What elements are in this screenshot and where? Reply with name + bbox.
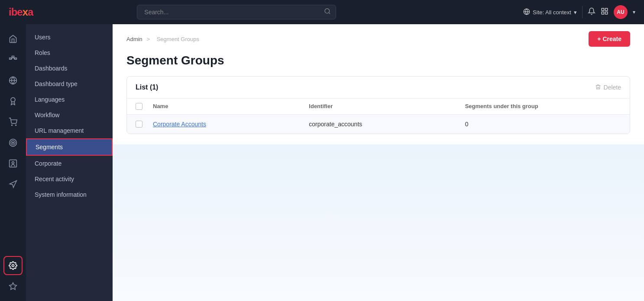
svg-point-22 <box>12 162 14 164</box>
sidebar-item-system-information[interactable]: System information <box>26 187 113 202</box>
breadcrumb-segment-groups: Segment Groups <box>157 36 199 42</box>
search-bar-container <box>137 5 336 19</box>
content-header: Admin > Segment Groups + Create <box>113 24 644 47</box>
sidebar-icon-cart[interactable] <box>3 112 23 131</box>
svg-point-19 <box>11 141 15 145</box>
corporate-accounts-link[interactable]: Corporate Accounts <box>153 121 206 128</box>
icon-sidebar <box>0 24 26 301</box>
svg-point-23 <box>12 265 14 267</box>
sidebar-item-users[interactable]: Users <box>26 29 113 45</box>
top-navigation: ibexa Site: All context ▾ AU ▾ <box>0 0 644 24</box>
svg-marker-24 <box>10 283 17 290</box>
create-button[interactable]: + Create <box>589 31 630 47</box>
sidebar-icon-badge[interactable] <box>3 92 23 111</box>
globe-icon <box>523 8 530 16</box>
svg-point-0 <box>325 9 330 13</box>
table-row: Corporate Accounts corporate_accounts 0 <box>127 115 630 134</box>
sidebar-icon-globe[interactable] <box>3 71 23 90</box>
svg-rect-5 <box>605 8 607 10</box>
cell-segments-count: 0 <box>465 121 621 128</box>
delete-label: Delete <box>604 84 621 91</box>
breadcrumb-separator: > <box>146 36 151 42</box>
select-all-checkbox[interactable] <box>136 103 142 110</box>
breadcrumb: Admin > Segment Groups <box>126 36 202 42</box>
logo-text: ibexa <box>9 6 33 18</box>
list-title: List (1) <box>136 83 158 91</box>
sidebar-item-languages[interactable]: Languages <box>26 92 113 107</box>
page-title: Segment Groups <box>113 47 644 76</box>
search-icon <box>324 8 331 16</box>
svg-point-15 <box>11 98 15 102</box>
svg-rect-6 <box>602 12 604 14</box>
delete-button[interactable]: Delete <box>595 84 621 91</box>
col-header-identifier: Identifier <box>309 103 465 110</box>
svg-rect-9 <box>12 56 14 58</box>
nav-divider <box>582 6 583 18</box>
svg-point-20 <box>12 142 13 143</box>
svg-rect-7 <box>605 12 607 14</box>
text-sidebar: Users Roles Dashboards Dashboard type La… <box>26 24 113 301</box>
grid-icon[interactable] <box>601 7 608 17</box>
avatar-chevron-icon[interactable]: ▾ <box>633 9 635 15</box>
trash-icon <box>595 84 601 91</box>
content-area: Admin > Segment Groups + Create Segment … <box>113 24 644 301</box>
row-checkbox[interactable] <box>136 121 142 128</box>
sidebar-item-segments[interactable]: Segments <box>26 138 113 156</box>
select-all-checkbox-cell <box>136 103 153 110</box>
sidebar-item-url-management[interactable]: URL management <box>26 123 113 138</box>
sidebar-item-workflow[interactable]: Workflow <box>26 107 113 123</box>
svg-point-16 <box>12 125 13 126</box>
sidebar-icon-megaphone[interactable] <box>3 175 23 194</box>
svg-point-17 <box>16 125 16 126</box>
breadcrumb-admin[interactable]: Admin <box>126 36 142 42</box>
sidebar-item-corporate[interactable]: Corporate <box>26 156 113 171</box>
avatar[interactable]: AU <box>614 5 628 19</box>
table-header: Name Identifier Segments under this grou… <box>127 99 630 115</box>
col-header-name: Name <box>153 103 309 110</box>
sidebar-icon-person-badge[interactable] <box>3 154 23 173</box>
sidebar-icon-gear[interactable] <box>3 256 23 275</box>
sidebar-icon-star[interactable] <box>3 277 23 296</box>
sidebar-item-recent-activity[interactable]: Recent activity <box>26 171 113 187</box>
search-input[interactable] <box>137 5 336 19</box>
logo: ibexa <box>9 6 33 18</box>
svg-point-18 <box>10 139 17 147</box>
row-checkbox-cell <box>136 121 153 128</box>
svg-rect-4 <box>602 8 604 10</box>
cell-identifier: corporate_accounts <box>309 121 465 128</box>
bell-icon[interactable] <box>588 7 595 17</box>
svg-line-1 <box>329 13 330 14</box>
sidebar-item-dashboards[interactable]: Dashboards <box>26 61 113 76</box>
nav-right: Site: All context ▾ AU ▾ <box>523 5 635 19</box>
main-layout: Users Roles Dashboards Dashboard type La… <box>0 24 644 301</box>
site-selector[interactable]: Site: All context ▾ <box>523 8 577 16</box>
list-card: List (1) Delete Name Identifier Segments… <box>126 76 630 134</box>
sidebar-icon-target[interactable] <box>3 133 23 152</box>
site-label: Site: All context <box>533 9 571 16</box>
sidebar-item-dashboard-type[interactable]: Dashboard type <box>26 76 113 92</box>
cell-name: Corporate Accounts <box>153 121 309 128</box>
sidebar-item-roles[interactable]: Roles <box>26 45 113 61</box>
content-bottom <box>113 144 644 301</box>
sidebar-icon-diagram[interactable] <box>3 50 23 69</box>
col-header-segments: Segments under this group <box>465 103 621 110</box>
chevron-down-icon: ▾ <box>574 9 577 16</box>
sidebar-icon-home[interactable] <box>3 29 23 48</box>
list-header: List (1) Delete <box>127 77 630 99</box>
